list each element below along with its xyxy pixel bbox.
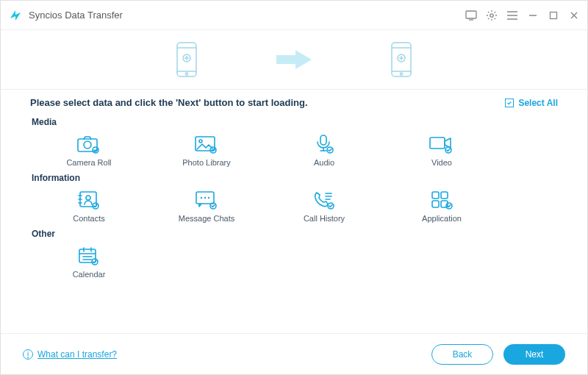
- app-title: Syncios Data Transfer: [29, 10, 123, 21]
- section-title-other: Other: [32, 229, 558, 239]
- svg-point-26: [84, 141, 91, 149]
- item-label: Contacts: [73, 214, 104, 223]
- svg-point-46: [208, 197, 209, 199]
- svg-point-41: [86, 196, 90, 200]
- app-logo-icon: [8, 8, 23, 23]
- svg-rect-7: [551, 12, 557, 18]
- item-video[interactable]: Video: [383, 132, 501, 168]
- svg-rect-37: [80, 192, 96, 207]
- select-all-checkbox-icon: [505, 99, 514, 107]
- item-message-chats[interactable]: Message Chats: [148, 188, 265, 224]
- information-grid: Contacts Message Chats Call History Appl…: [30, 188, 558, 224]
- svg-rect-52: [432, 192, 439, 199]
- item-label: Call History: [304, 214, 345, 223]
- other-grid: Calendar: [30, 243, 558, 280]
- message-chats-icon: [194, 189, 219, 211]
- media-grid: Camera Roll Photo Library Audio Video: [30, 132, 558, 168]
- svg-rect-0: [466, 11, 476, 18]
- item-calendar[interactable]: Calendar: [30, 243, 148, 280]
- section-title-information: Information: [32, 173, 558, 183]
- item-label: Camera Roll: [66, 158, 111, 167]
- close-button[interactable]: [568, 10, 580, 21]
- contacts-icon: [77, 189, 101, 211]
- svg-point-21: [400, 73, 402, 75]
- item-label: Audio: [314, 158, 334, 167]
- call-history-icon: [312, 189, 336, 211]
- select-all-label: Select All: [518, 98, 558, 108]
- next-button[interactable]: Next: [503, 344, 565, 365]
- item-call-history[interactable]: Call History: [265, 188, 383, 224]
- item-label: Photo Library: [182, 158, 230, 167]
- help-link[interactable]: i What can I transfer?: [23, 349, 117, 360]
- item-label: Application: [422, 214, 462, 223]
- svg-rect-53: [441, 192, 448, 199]
- svg-rect-31: [320, 135, 326, 145]
- item-audio[interactable]: Audio: [265, 132, 383, 168]
- item-label: Calendar: [73, 270, 106, 279]
- info-icon: i: [23, 349, 33, 360]
- item-contacts[interactable]: Contacts: [30, 188, 148, 224]
- back-button[interactable]: Back: [431, 344, 493, 365]
- calendar-icon: [77, 245, 101, 267]
- svg-point-29: [199, 140, 202, 143]
- maximize-button[interactable]: [548, 10, 559, 21]
- transfer-illustration: [1, 30, 587, 89]
- minimize-button[interactable]: [527, 10, 539, 21]
- titlebar: Syncios Data Transfer: [1, 1, 587, 30]
- svg-marker-17: [276, 50, 312, 69]
- target-phone-icon: [390, 41, 413, 78]
- svg-point-45: [204, 197, 206, 199]
- video-icon: [429, 133, 455, 155]
- source-phone-icon: [175, 41, 198, 78]
- content-area: Please select data and click the 'Next' …: [1, 89, 587, 333]
- transfer-arrow-icon: [272, 48, 316, 71]
- svg-point-13: [185, 73, 187, 75]
- section-title-media: Media: [32, 117, 558, 127]
- item-camera-roll[interactable]: Camera Roll: [30, 132, 148, 168]
- item-label: Message Chats: [179, 214, 234, 223]
- camera-roll-icon: [76, 133, 101, 155]
- svg-point-44: [201, 197, 202, 199]
- settings-icon[interactable]: [486, 10, 498, 21]
- select-all-toggle[interactable]: Select All: [505, 98, 558, 108]
- feedback-icon[interactable]: [465, 10, 477, 21]
- svg-rect-54: [432, 201, 439, 207]
- window-controls: [465, 10, 580, 21]
- item-label: Video: [431, 158, 452, 167]
- item-photo-library[interactable]: Photo Library: [148, 132, 265, 168]
- application-icon: [430, 189, 453, 211]
- svg-rect-35: [430, 138, 445, 149]
- footer: i What can I transfer? Back Next: [1, 333, 587, 374]
- svg-point-2: [490, 13, 493, 16]
- item-application[interactable]: Application: [383, 188, 501, 224]
- instruction-text: Please select data and click the 'Next' …: [30, 97, 308, 108]
- audio-icon: [313, 133, 335, 155]
- app-window: Syncios Data Transfer: [0, 0, 588, 375]
- menu-icon[interactable]: [506, 10, 518, 21]
- help-label: What can I transfer?: [37, 349, 117, 360]
- photo-library-icon: [194, 133, 219, 155]
- svg-rect-57: [79, 249, 96, 262]
